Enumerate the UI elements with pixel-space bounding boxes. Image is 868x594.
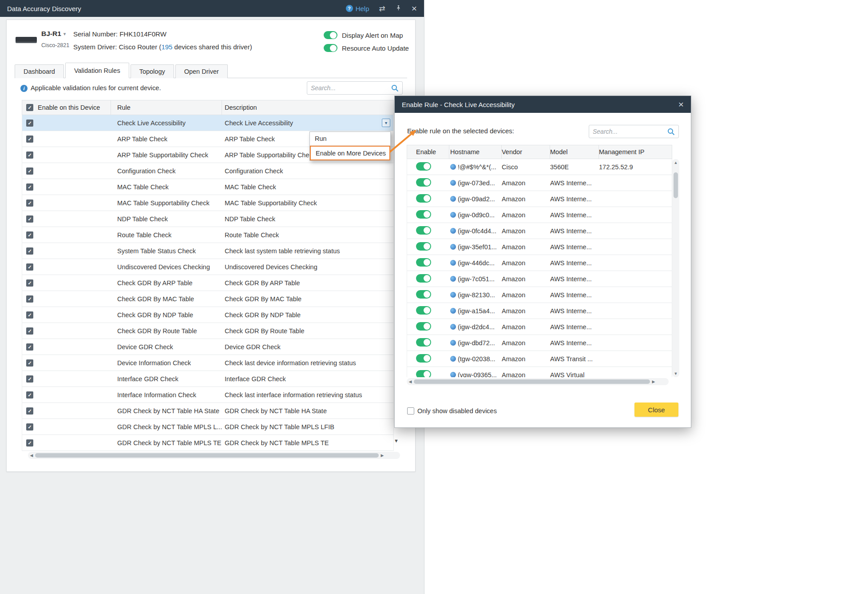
vendor-cell: Cisco xyxy=(502,163,550,171)
table-row[interactable]: GDR Check by NCT Table HA State GDR Chec… xyxy=(22,403,393,419)
devices-vscroll-thumb[interactable] xyxy=(674,172,678,198)
device-name[interactable]: BJ-R1 ▾ xyxy=(41,30,66,38)
device-enable-toggle[interactable] xyxy=(416,274,431,283)
table-row[interactable]: Device GDR Check Device GDR Check xyxy=(22,339,393,355)
enable-cell xyxy=(22,215,111,223)
row-checkbox[interactable] xyxy=(26,183,33,191)
context-menu-run[interactable]: Run xyxy=(310,132,390,146)
table-row[interactable]: Check GDR By MAC Table Check GDR By MAC … xyxy=(22,291,393,307)
row-dropdown-button[interactable]: ▾ xyxy=(382,119,390,127)
device-enable-toggle[interactable] xyxy=(416,210,431,219)
device-globe-icon xyxy=(450,372,456,377)
row-checkbox[interactable] xyxy=(26,136,33,143)
vendor-cell: Amazon xyxy=(502,243,550,251)
rules-scroll-down-icon[interactable]: ▼ xyxy=(394,438,399,443)
table-row[interactable]: GDR Check by NCT Table MPLS L... GDR Che… xyxy=(22,419,393,435)
device-enable-toggle[interactable] xyxy=(416,338,431,347)
rules-horizontal-scrollbar[interactable]: ◀ ▶ xyxy=(28,452,400,459)
scroll-up-icon[interactable]: ▲ xyxy=(674,159,678,166)
table-row[interactable]: Check Live Accessibility Check Live Acce… xyxy=(22,115,393,131)
row-checkbox[interactable] xyxy=(26,327,33,335)
pin-icon[interactable] xyxy=(395,4,402,13)
row-checkbox[interactable] xyxy=(26,343,33,351)
vendor-cell: Amazon xyxy=(502,371,550,378)
row-checkbox[interactable] xyxy=(26,423,33,431)
tab-open-driver[interactable]: Open Driver xyxy=(175,64,228,78)
row-checkbox[interactable] xyxy=(26,391,33,399)
search-icon[interactable] xyxy=(667,128,675,136)
row-checkbox[interactable] xyxy=(26,439,33,446)
table-row[interactable]: NDP Table Check NDP Table Check xyxy=(22,211,393,227)
scroll-right-icon[interactable]: ▶ xyxy=(650,378,657,385)
device-enable-toggle[interactable] xyxy=(416,258,431,267)
device-enable-toggle[interactable] xyxy=(416,306,431,315)
dialog-search-input[interactable] xyxy=(593,128,665,135)
scroll-left-icon[interactable]: ◀ xyxy=(28,452,35,459)
table-row[interactable]: Check GDR By ARP Table Check GDR By ARP … xyxy=(22,275,393,291)
shared-driver-count-link[interactable]: 195 xyxy=(161,43,172,51)
tab-dashboard[interactable]: Dashboard xyxy=(15,64,64,78)
search-icon[interactable] xyxy=(391,84,399,92)
table-row[interactable]: MAC Table Check MAC Table Check xyxy=(22,179,393,195)
table-row[interactable]: Interface Information Check Check last i… xyxy=(22,387,393,403)
scroll-right-icon[interactable]: ▶ xyxy=(379,452,386,459)
window-close-icon[interactable]: × xyxy=(412,3,417,14)
device-enable-toggle[interactable] xyxy=(416,194,431,203)
driver-prefix: System Driver: Cisco Router ( xyxy=(73,43,161,51)
table-row[interactable]: Check GDR By NDP Table Check GDR By NDP … xyxy=(22,307,393,323)
devices-hscroll-thumb[interactable] xyxy=(414,379,650,384)
row-checkbox[interactable] xyxy=(26,311,33,319)
devices-table-body: !@#$%^&*(... Cisco 3560E 172.25.52.9 (ig… xyxy=(407,159,672,377)
table-row[interactable]: MAC Table Supportability Check MAC Table… xyxy=(22,195,393,211)
dialog-close-button[interactable]: Close xyxy=(634,403,678,417)
tab-topology[interactable]: Topology xyxy=(131,64,174,78)
tab-bar: Dashboard Validation Rules Topology Open… xyxy=(15,63,407,78)
row-checkbox[interactable] xyxy=(26,199,33,207)
context-menu-enable-on-more-devices[interactable]: Enable on More Devices xyxy=(310,146,390,160)
device-enable-toggle[interactable] xyxy=(416,226,431,235)
device-enable-toggle[interactable] xyxy=(416,242,431,251)
row-checkbox[interactable] xyxy=(26,151,33,159)
scroll-down-icon[interactable]: ▼ xyxy=(674,370,678,377)
dialog-close-icon[interactable]: × xyxy=(678,99,684,110)
table-row[interactable]: Undiscovered Devices Checking Undiscover… xyxy=(22,259,393,275)
rules-hscroll-thumb[interactable] xyxy=(35,453,379,458)
table-row[interactable]: Device Information Check Check last devi… xyxy=(22,355,393,371)
display-alert-toggle[interactable] xyxy=(324,31,337,39)
row-checkbox[interactable] xyxy=(26,215,33,223)
device-enable-toggle[interactable] xyxy=(416,178,431,187)
row-checkbox[interactable] xyxy=(26,359,33,367)
row-checkbox[interactable] xyxy=(26,231,33,239)
table-row[interactable]: Interface GDR Check Interface GDR Check xyxy=(22,371,393,387)
rules-search-input[interactable] xyxy=(311,84,388,92)
help-button[interactable]: ? Help xyxy=(346,5,369,12)
device-enable-toggle[interactable] xyxy=(416,354,431,363)
row-checkbox[interactable] xyxy=(26,375,33,383)
row-checkbox[interactable] xyxy=(26,263,33,271)
device-globe-icon xyxy=(450,356,456,362)
devices-horizontal-scrollbar[interactable]: ◀ ▶ xyxy=(407,378,669,385)
table-row[interactable]: GDR Check by NCT Table MPLS TE GDR Check… xyxy=(22,435,393,451)
hostname-cell: (vgw-09365... xyxy=(449,371,502,378)
table-row[interactable]: Configuration Check Configuration Check xyxy=(22,163,393,179)
scroll-left-icon[interactable]: ◀ xyxy=(407,378,414,385)
table-row[interactable]: System Table Status Check Check last sys… xyxy=(22,243,393,259)
device-enable-toggle[interactable] xyxy=(416,162,431,171)
row-checkbox[interactable] xyxy=(26,295,33,303)
row-checkbox[interactable] xyxy=(26,407,33,415)
tab-validation-rules[interactable]: Validation Rules xyxy=(65,63,129,78)
device-enable-toggle[interactable] xyxy=(416,322,431,331)
only-show-disabled-checkbox[interactable] xyxy=(407,407,414,415)
refresh-icon[interactable]: ⇄ xyxy=(379,5,385,12)
device-enable-toggle[interactable] xyxy=(416,370,431,378)
device-enable-toggle[interactable] xyxy=(416,290,431,299)
row-checkbox[interactable] xyxy=(26,247,33,255)
table-row[interactable]: Check GDR By Route Table Check GDR By Ro… xyxy=(22,323,393,339)
devices-vertical-scrollbar[interactable]: ▲ ▼ xyxy=(672,159,679,377)
row-checkbox[interactable] xyxy=(26,167,33,175)
table-row[interactable]: Route Table Check Route Table Check xyxy=(22,227,393,243)
resource-auto-update-toggle[interactable] xyxy=(324,44,337,52)
row-checkbox[interactable] xyxy=(26,120,33,127)
select-all-checkbox[interactable] xyxy=(26,104,33,111)
row-checkbox[interactable] xyxy=(26,279,33,287)
